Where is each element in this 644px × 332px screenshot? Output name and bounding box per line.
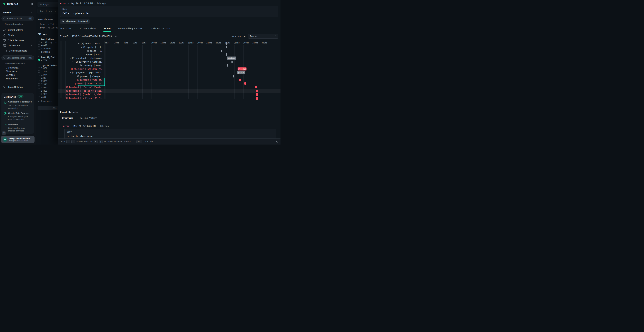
checkbox[interactable]	[38, 59, 40, 61]
trace-span-bar[interactable]: oteldem	[227, 56, 236, 60]
preset-item-kubernetes[interactable]: Kubernetes	[0, 77, 36, 80]
saved-searches-input[interactable]: ⌘K	[2, 16, 34, 21]
trace-span-label: frontend | {"code":13,"det…	[58, 93, 104, 96]
user-menu[interactable]: D dale@clickhouse.com dale@clickhouse.co…	[1, 136, 34, 143]
trace-span-bar[interactable]	[256, 93, 258, 96]
saved-dashboards-input[interactable]: ⌘K	[2, 56, 34, 60]
checkbox[interactable]	[38, 77, 40, 79]
trace-span-bar[interactable]	[226, 53, 228, 56]
trace-span-bar[interactable]	[256, 96, 258, 100]
trace-span-row[interactable]: frontend | Failed to place…	[58, 89, 280, 93]
sidebar-item-chart-explorer[interactable]: Chart Explorer	[0, 27, 36, 32]
trace-span-label: payment | Charge …	[58, 74, 104, 78]
trace-span-bar[interactable]	[256, 90, 258, 92]
trace-span-row[interactable]: (1)quote | POST …	[58, 42, 280, 46]
service-name-tag[interactable]: ServiceName: frontend	[60, 19, 90, 24]
trace-span-bar[interactable]	[233, 75, 234, 78]
trace-span-bar[interactable]	[227, 64, 228, 66]
trace-span-bar[interactable]	[226, 46, 228, 48]
trace-span-bar[interactable]	[239, 79, 241, 81]
preset-item-services[interactable]: Services	[0, 73, 36, 77]
client-sessions-icon	[3, 39, 6, 42]
search-section-header[interactable]: Search	[0, 11, 36, 14]
help-button[interactable]: ?	[2, 131, 6, 135]
trace-span-label: (3)payment | grpc.oteld…	[58, 71, 104, 74]
chevron-down-icon[interactable]	[70, 57, 71, 59]
sidebar-item-dashboards[interactable]: Dashboards	[0, 43, 36, 48]
trace-span-row[interactable]: (1)currency | Currenc…	[58, 60, 280, 64]
get-started-header[interactable]: Get Started 3/3	[4, 95, 32, 98]
close-icon[interactable]	[276, 140, 278, 143]
trace-span-label: frontend | Failed to place…	[58, 89, 104, 93]
checkbox[interactable]	[38, 48, 40, 50]
preset-item-clickhouse[interactable]: ClickHouse	[0, 69, 36, 73]
trace-span-label: (1)quote | POST …	[58, 42, 104, 46]
saved-dashboards-field[interactable]	[6, 57, 27, 59]
chevron-down-icon[interactable]	[80, 46, 82, 48]
trace-span-row[interactable]: (1)checkout | oteldemo.Pa…oteldem	[58, 67, 280, 71]
trace-span-row[interactable]: payment | Error: Visa…	[58, 82, 280, 85]
checkbox[interactable]	[38, 80, 40, 82]
trace-span-row[interactable]: payment | Charge …	[58, 74, 280, 78]
trace-span-bar[interactable]	[226, 42, 227, 45]
trace-span-bar[interactable]	[232, 61, 232, 63]
trace-span-bar[interactable]	[255, 86, 257, 88]
avatar: D	[3, 137, 7, 142]
event-details-tab-overview[interactable]: Overview	[62, 115, 73, 121]
sidebar-item-team-settings[interactable]: Team Settings	[0, 84, 36, 90]
sidebar-item-client-sessions[interactable]: Client Sessions	[0, 38, 36, 43]
event-details-title: Event Details	[58, 111, 280, 114]
trace-span-row[interactable]: quote | C…	[58, 49, 280, 53]
trace-span-row[interactable]: (3)payment | grpc.oteld…grpc.o	[58, 71, 280, 74]
checkbox[interactable]	[38, 51, 40, 53]
chevron-down-icon[interactable]	[78, 43, 80, 44]
checkbox[interactable]	[38, 70, 40, 72]
span-text: quote | calc…	[86, 53, 102, 56]
trace-span-row[interactable]: currency | Conv…	[58, 64, 280, 67]
trace-span-row[interactable]: payment | Visa ca…	[58, 78, 280, 82]
chevron-down-icon[interactable]	[67, 68, 69, 70]
tab-trace[interactable]: Trace	[104, 26, 111, 32]
sidebar-item-label: Chart Explorer	[8, 28, 33, 31]
tab-infrastructure[interactable]: Infrastructure	[151, 26, 170, 32]
checkbox[interactable]	[38, 41, 40, 43]
create-dashboard-button[interactable]: Create Dashboard	[0, 48, 36, 53]
tab-overview[interactable]: Overview	[60, 26, 72, 32]
trace-span-bar[interactable]	[221, 50, 222, 52]
tab-surrounding-context[interactable]: Surrounding Context	[118, 26, 144, 32]
sidebar-item-alerts[interactable]: Alerts	[0, 32, 36, 38]
trace-span-row[interactable]: frontend | {"code":13,"det…	[58, 93, 280, 96]
trace-span-row[interactable]: (2)quote | {cl…	[58, 46, 280, 49]
trace-span-row[interactable]: frontend | {"error":{"code…	[58, 86, 280, 89]
checkbox[interactable]	[38, 86, 40, 89]
filter-value-label: artillery-loa…	[41, 41, 58, 44]
checkbox[interactable]	[38, 83, 40, 86]
collapse-sidebar-icon[interactable]	[30, 2, 33, 5]
presets-toggle[interactable]: PRESETS	[0, 67, 36, 69]
trace-span-bar[interactable]: grpc.o	[237, 71, 245, 74]
span-text: frontend | Failed to place…	[69, 90, 102, 92]
get-started-title: Get Started	[4, 96, 16, 98]
chevron-down-icon[interactable]	[70, 72, 71, 74]
trace-span-bar[interactable]: oteldem	[238, 68, 246, 70]
tab-column-values[interactable]: Column Values	[78, 26, 96, 32]
checkbox[interactable]	[38, 67, 40, 70]
chevron-down-icon[interactable]	[72, 61, 74, 63]
trace-span-row[interactable]: (1)checkout | oteldemo.…oteldem	[58, 56, 280, 60]
trace-span-row[interactable]: quote | calc…	[58, 53, 280, 56]
edit-trace-id-icon[interactable]	[115, 35, 117, 38]
log-icon	[66, 97, 68, 99]
checkbox[interactable]	[38, 90, 40, 92]
checkbox[interactable]	[38, 44, 40, 46]
trace-source-select[interactable]: Traces	[248, 34, 278, 39]
event-details-tab-column-values[interactable]: Column Values	[80, 115, 98, 121]
log-icon	[77, 79, 79, 81]
checkbox[interactable]	[38, 74, 40, 76]
checkbox[interactable]	[38, 93, 40, 95]
trace-span-row[interactable]: frontend | × {"code":13,"d…	[58, 96, 280, 100]
trace-span-bar[interactable]	[244, 82, 246, 84]
search-icon	[38, 38, 40, 40]
body-label: Body	[62, 8, 276, 10]
checkbox[interactable]	[38, 96, 40, 98]
saved-searches-field[interactable]	[6, 17, 27, 20]
